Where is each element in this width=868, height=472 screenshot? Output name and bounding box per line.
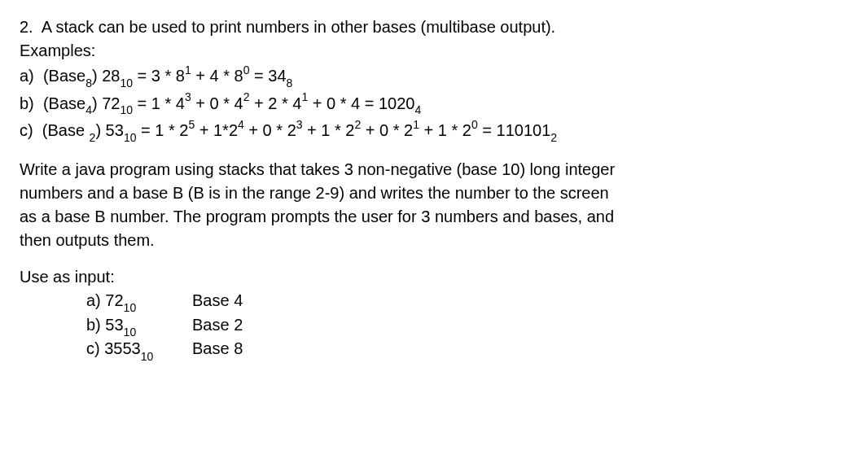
ex-c-sup1: 5 (188, 118, 195, 131)
ex-a-sup2: 0 (243, 63, 250, 76)
examples-label: Examples: (20, 40, 848, 62)
ex-c-sup3: 3 (296, 118, 303, 131)
ex-b-sup1: 3 (185, 90, 191, 103)
ex-c-close: ) 53 (95, 121, 123, 139)
ex-c-sub2: 2 (550, 131, 557, 144)
ex-c-mid1: + 1*2 (195, 121, 238, 139)
intro-line: 2. A stack can be used to print numbers … (20, 16, 848, 38)
ex-b-mid1: + 0 * 4 (191, 94, 243, 111)
task-line-4: then outputs them. (20, 229, 848, 251)
problem-container: 2. A stack can be used to print numbers … (20, 16, 848, 362)
input-b-num: b) 53 (86, 316, 124, 334)
input-c-left: c) 355310 (86, 338, 192, 362)
ex-c-prefix: (Base (42, 121, 90, 139)
input-row-c: c) 355310 Base 8 (86, 338, 848, 362)
ex-b-mid2: + 2 * 4 (249, 94, 301, 111)
ex-c-eq1: = 1 * 2 (136, 121, 188, 139)
ex-c-sup2: 4 (238, 118, 244, 131)
ex-c-mid4: + 0 * 2 (361, 121, 413, 139)
ex-a-mid1: + 4 * 8 (191, 67, 243, 85)
ex-b-close: ) 72 (92, 94, 120, 111)
ex-b-prefix: (Base (43, 94, 85, 111)
input-b-left: b) 5310 (86, 314, 192, 339)
ex-c-sup4: 2 (354, 118, 361, 131)
input-b-sub: 10 (124, 326, 137, 339)
task-line-3: as a base B number. The program prompts … (20, 206, 848, 228)
input-a-num: a) 72 (86, 291, 124, 309)
ex-b-sup3: 1 (301, 90, 308, 103)
ex-c-eq2: = 110101 (478, 121, 551, 139)
ex-a-sup1: 1 (185, 63, 191, 76)
ex-b-sub2: 4 (414, 103, 421, 116)
input-a-sub: 10 (124, 301, 137, 314)
input-row-a: a) 7210 Base 4 (86, 290, 848, 314)
intro-text: A stack can be used to print numbers in … (42, 18, 555, 36)
example-c: c) (Base 2) 5310 = 1 * 25 + 1*24 + 0 * 2… (20, 118, 848, 144)
ex-c-mid3: + 1 * 2 (303, 121, 355, 139)
ex-c-base: 2 (90, 131, 96, 144)
ex-b-sub1: 10 (120, 103, 133, 116)
task-line-2: numbers and a base B (B is in the range … (20, 182, 848, 204)
ex-b-sup2: 2 (243, 90, 250, 103)
ex-a-sub1: 10 (120, 76, 133, 90)
ex-b-eq1: = 1 * 4 (133, 94, 185, 111)
ex-b-label: b) (20, 94, 34, 111)
ex-c-sub1: 10 (124, 131, 137, 144)
ex-c-mid2: + 0 * 2 (244, 121, 296, 139)
input-section: Use as input: a) 7210 Base 4 b) 5310 Bas… (20, 266, 848, 363)
ex-c-sup5: 1 (413, 118, 419, 131)
question-number: 2. (20, 18, 33, 36)
task-paragraph: Write a java program using stacks that t… (20, 159, 848, 251)
ex-a-base: 8 (85, 76, 92, 90)
ex-a-close: ) 28 (92, 67, 120, 85)
ex-a-eq1: = 3 * 8 (133, 67, 185, 85)
ex-c-mid5: + 1 * 2 (419, 121, 471, 139)
example-a: a) (Base8) 2810 = 3 * 81 + 4 * 80 = 348 (20, 63, 848, 90)
ex-c-sup6: 0 (471, 118, 478, 131)
example-b: b) (Base4) 7210 = 1 * 43 + 0 * 42 + 2 * … (20, 91, 848, 117)
ex-a-sub2: 8 (287, 76, 293, 90)
input-a-left: a) 7210 (86, 290, 192, 314)
ex-a-label: a) (20, 67, 34, 85)
ex-a-prefix: (Base (43, 67, 85, 85)
input-a-right: Base 4 (192, 290, 848, 314)
input-row-b: b) 5310 Base 2 (86, 314, 848, 339)
ex-b-mid3: + 0 * 4 = 1020 (308, 94, 414, 111)
ex-a-eq2: = 34 (249, 67, 286, 85)
input-c-sub: 10 (141, 350, 154, 363)
input-c-right: Base 8 (192, 338, 848, 362)
use-as-input-label: Use as input: (20, 266, 848, 288)
input-b-right: Base 2 (192, 314, 848, 339)
input-list: a) 7210 Base 4 b) 5310 Base 2 c) 355310 … (20, 290, 848, 363)
ex-c-label: c) (20, 121, 33, 139)
task-line-1: Write a java program using stacks that t… (20, 159, 848, 181)
ex-b-base: 4 (85, 103, 92, 116)
input-c-num: c) 3553 (86, 339, 141, 357)
